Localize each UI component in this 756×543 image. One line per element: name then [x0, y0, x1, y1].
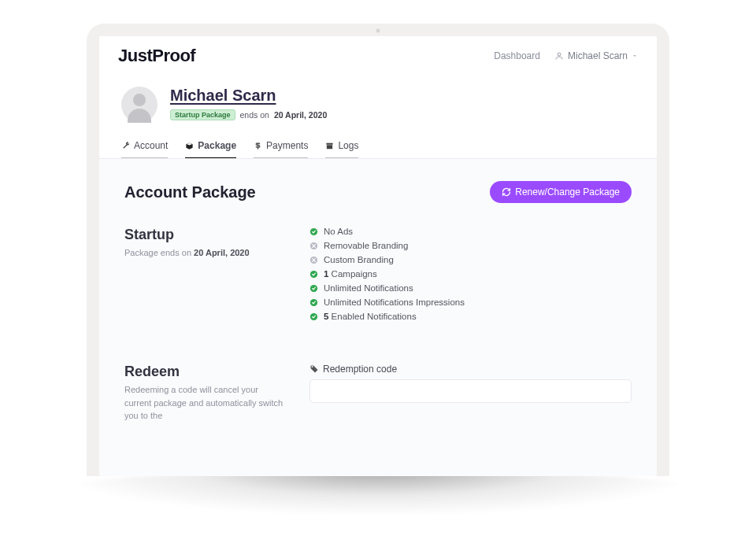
tag-icon	[309, 364, 319, 374]
feature-list: No AdsRemovable BrandingCustom Branding1…	[309, 227, 632, 321]
tab-payments-label: Payments	[266, 140, 308, 151]
redemption-code-input[interactable]	[309, 379, 632, 403]
x-circle-icon	[309, 256, 318, 264]
tab-package-label: Package	[198, 140, 236, 151]
profile-name-link[interactable]: Michael Scarn	[170, 87, 276, 105]
refresh-icon	[502, 187, 511, 197]
dollar-icon	[254, 142, 262, 150]
feature-item: Unlimited Notifications	[309, 283, 632, 293]
check-circle-icon	[309, 284, 318, 293]
user-name-label: Michael Scarn	[568, 50, 628, 61]
redemption-code-label: Redemption code	[309, 364, 632, 375]
feature-item: Custom Branding	[309, 255, 632, 264]
package-ends-prefix: ends on	[240, 110, 269, 120]
package-name-heading: Startup	[124, 227, 286, 243]
tab-logs-label: Logs	[338, 140, 358, 151]
package-end-date: 20 April, 2020	[274, 110, 327, 120]
user-menu[interactable]: Michael Scarn	[554, 50, 638, 61]
tab-bar: Account Package Payments Logs	[99, 129, 657, 159]
user-icon	[554, 51, 564, 61]
check-circle-icon	[309, 270, 318, 279]
x-circle-icon	[309, 242, 318, 250]
archive-icon	[325, 142, 334, 150]
box-icon	[185, 142, 194, 150]
avatar	[121, 87, 158, 123]
tab-account[interactable]: Account	[121, 140, 168, 158]
chevron-down-icon	[632, 53, 638, 59]
renew-change-package-button[interactable]: Renew/Change Package	[490, 181, 632, 203]
nav-dashboard[interactable]: Dashboard	[494, 50, 540, 61]
svg-point-0	[558, 53, 561, 56]
feature-item: Unlimited Notifications Impressions	[309, 297, 632, 307]
renew-button-label: Renew/Change Package	[515, 187, 620, 198]
redeem-description: Redeeming a code will cancel your curren…	[124, 383, 286, 423]
feature-item: No Ads	[309, 227, 632, 236]
tab-package[interactable]: Package	[185, 140, 236, 158]
check-circle-icon	[309, 312, 318, 321]
page-title: Account Package	[124, 183, 256, 201]
wrench-icon	[121, 142, 130, 150]
check-circle-icon	[309, 298, 318, 307]
brand-logo[interactable]: JustProof	[118, 46, 195, 66]
feature-item: 5 Enabled Notifications	[309, 312, 632, 321]
tab-payments[interactable]: Payments	[254, 140, 308, 158]
tab-account-label: Account	[134, 140, 168, 151]
feature-item: Removable Branding	[309, 241, 632, 250]
feature-item: 1 Campaigns	[309, 269, 632, 279]
tab-logs[interactable]: Logs	[325, 140, 358, 158]
package-sub: Package ends on 20 April, 2020	[124, 246, 286, 260]
package-badge: Startup Package	[170, 109, 235, 120]
redeem-heading: Redeem	[124, 364, 286, 380]
check-circle-icon	[309, 227, 318, 236]
